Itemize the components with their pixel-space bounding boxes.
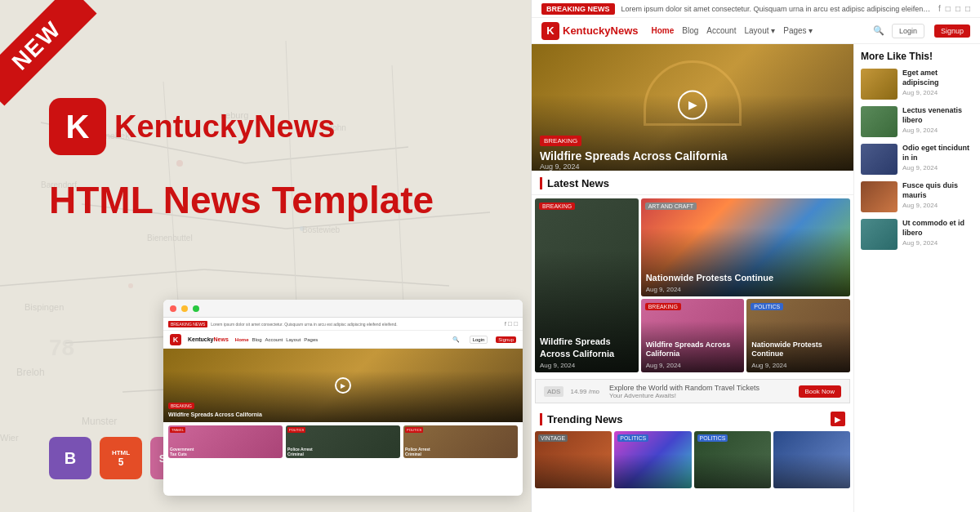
ad-banner: ADS 14.99 /mo Explore the World with Ran…: [535, 379, 850, 403]
minimize-dot: [181, 305, 188, 312]
mini-search-icon[interactable]: 🔍: [452, 336, 460, 343]
mini-browser-bar: [163, 300, 523, 318]
news-card-small-1[interactable]: BREAKING Wildfire Spreads Across Califor…: [641, 299, 745, 372]
mini-browser-mockup: BREAKING NEWS Lorem ipsum dolor sit amet…: [163, 300, 523, 496]
mini-browser-content: BREAKING NEWS Lorem ipsum dolor sit amet…: [163, 318, 523, 496]
sidebar-info-5: Ut commodo et id libero Aug 9, 2024: [902, 219, 973, 250]
mini-nav: Home Blog Account Layout Pages: [235, 337, 318, 342]
sidebar-item-5[interactable]: Ut commodo et id libero Aug 9, 2024: [861, 219, 973, 250]
hero-play-button[interactable]: ▶: [678, 90, 707, 119]
mini-news-thumb-3: POLITICS Police ArrestCriminal: [403, 425, 518, 458]
instagram-icon[interactable]: □: [956, 4, 960, 13]
trending-item-2[interactable]: POLITICS: [614, 431, 691, 488]
trending-item-4[interactable]: [773, 431, 850, 488]
youtube-icon[interactable]: □: [965, 4, 970, 13]
mini-news-label-1: GovernmentTax Cuts: [170, 447, 194, 456]
sidebar-item-title-1: Eget amet adipiscing: [902, 69, 973, 87]
sidebar-thumb-4: [861, 181, 898, 212]
mini-breaking-badge: BREAKING NEWS: [168, 321, 207, 327]
svg-text:Bienenbuttel: Bienenbuttel: [147, 234, 193, 243]
svg-point-14: [128, 283, 133, 288]
news-card-small-2-badge: POLITICS: [751, 303, 783, 310]
trending-grid: VINTAGE POLITICS POLITICS: [532, 431, 853, 492]
sidebar-item-4[interactable]: Fusce quis duis mauris Aug 9, 2024: [861, 181, 973, 212]
sidebar-item-3[interactable]: Odio eget tincidunt in in Aug 9, 2024: [861, 144, 973, 175]
sidebar-item-title-3: Odio eget tincidunt in in: [902, 144, 973, 163]
breaking-badge: BREAKING NEWS: [541, 3, 615, 15]
nav-pages[interactable]: Pages ▾: [783, 26, 813, 35]
nav-blog[interactable]: Blog: [682, 26, 698, 35]
logo-text: KentuckyNews: [114, 109, 335, 145]
svg-text:78: 78: [49, 335, 74, 360]
sidebar-item-date-1: Aug 9, 2024: [902, 89, 973, 96]
mini-nav-home[interactable]: Home: [235, 337, 249, 342]
header-logo-text: KentuckyNews: [563, 24, 639, 37]
twitter-icon[interactable]: □: [946, 4, 951, 13]
ad-price: 14.99 /mo: [570, 388, 599, 395]
mini-news-thumb-2: POLITICS Police ArrestCriminal: [286, 425, 400, 458]
sidebar-thumb-3: [861, 144, 898, 175]
mini-news-badge-1: TRAVEL: [170, 427, 185, 433]
breaking-bar: BREAKING NEWS Lorem ipsum dolor sit amet…: [532, 0, 980, 18]
news-grid: BREAKING Wildfire Spreads Across Califor…: [532, 195, 853, 376]
news-card-wildfire-large[interactable]: BREAKING Wildfire Spreads Across Califor…: [535, 198, 639, 372]
news-card-small-2-title: Nationwide Protests Continue: [751, 341, 845, 359]
sidebar-thumb-2: [861, 106, 898, 137]
news-card-small-2-date: Aug 9, 2024: [751, 362, 786, 369]
facebook-icon[interactable]: f: [938, 4, 941, 13]
sidebar-thumb-1: [861, 69, 898, 100]
svg-text:Munster: Munster: [82, 416, 117, 427]
ad-book-button[interactable]: Book Now: [799, 385, 841, 398]
ad-text: Explore the World with Random Travel Tic…: [609, 384, 792, 399]
sidebar-title: More Like This!: [861, 51, 973, 62]
nav-home[interactable]: Home: [652, 26, 675, 35]
sidebar-item-date-5: Aug 9, 2024: [902, 239, 973, 247]
mini-breaking-text: Lorem ipsum dolor sit amet consectetur. …: [211, 322, 397, 327]
news-card-small-1-date: Aug 9, 2024: [646, 362, 681, 369]
right-panel: BREAKING NEWS Lorem ipsum dolor sit amet…: [531, 0, 980, 512]
main-content: ▶ BREAKING Wildfire Spreads Across Calif…: [532, 44, 853, 512]
trending-arrow-icon[interactable]: ▶: [831, 412, 845, 426]
svg-line-4: [0, 269, 204, 286]
ad-label: ADS: [544, 386, 564, 397]
left-panel: Scharnebek neburg Hohn Barendorf Bienenb…: [0, 0, 531, 512]
nav-account[interactable]: Account: [706, 26, 736, 35]
news-card-small-1-badge: BREAKING: [645, 303, 681, 310]
news-card-title-protests: Nationwide Protests Continue: [646, 272, 845, 283]
sidebar-info-4: Fusce quis duis mauris Aug 9, 2024: [902, 181, 973, 212]
svg-text:Breloh: Breloh: [16, 367, 45, 378]
mini-logo-text: KentuckyNews: [188, 336, 229, 342]
tagline-red: News Template: [163, 179, 434, 221]
trending-item-3[interactable]: POLITICS: [694, 431, 771, 488]
search-icon[interactable]: 🔍: [872, 24, 885, 38]
mini-signup-btn[interactable]: Signup: [496, 336, 516, 343]
trending-item-1[interactable]: VINTAGE: [535, 431, 612, 488]
trending-badge-2: POLITICS: [617, 434, 648, 442]
sidebar-item-2[interactable]: Lectus venenatis libero Aug 9, 2024: [861, 106, 973, 137]
tagline-black: HTML: [49, 179, 163, 221]
nav-layout[interactable]: Layout ▾: [744, 26, 775, 35]
mini-news-badge-2: POLITICS: [287, 427, 305, 433]
sidebar-item-date-2: Aug 9, 2024: [902, 127, 973, 134]
hero-section: ▶ BREAKING Wildfire Spreads Across Calif…: [532, 44, 853, 171]
mini-login-btn[interactable]: Login: [470, 336, 488, 344]
mini-logo-k: K: [170, 334, 181, 345]
news-card-protests[interactable]: ART AND CRAFT Nationwide Protests Contin…: [641, 198, 850, 296]
hero-date: Aug 9, 2024: [540, 163, 580, 171]
mini-play-button[interactable]: ▶: [335, 377, 351, 394]
sidebar-item-1[interactable]: Eget amet adipiscing Aug 9, 2024: [861, 69, 973, 100]
latest-news-header: Latest News: [532, 171, 853, 195]
breaking-text: Lorem ipsum dolor sit amet consectetur. …: [621, 5, 933, 13]
sidebar-item-title-5: Ut commodo et id libero: [902, 219, 973, 238]
hero-title: Wildfire Spreads Across California: [540, 149, 728, 163]
sidebar-item-title-4: Fusce quis duis mauris: [902, 181, 973, 200]
social-icons: f □ □ □: [938, 4, 970, 13]
sidebar-item-date-4: Aug 9, 2024: [902, 202, 973, 209]
mini-hero-title: Wildfire Spreads Across California: [168, 412, 262, 417]
signup-button[interactable]: Signup: [934, 24, 970, 38]
login-button[interactable]: Login: [892, 24, 924, 38]
new-ribbon: NEW: [0, 0, 114, 114]
news-card-small-2[interactable]: POLITICS Nationwide Protests Continue Au…: [746, 299, 850, 372]
trending-badge-1: VINTAGE: [538, 434, 568, 442]
sidebar-thumb-5: [861, 219, 898, 250]
